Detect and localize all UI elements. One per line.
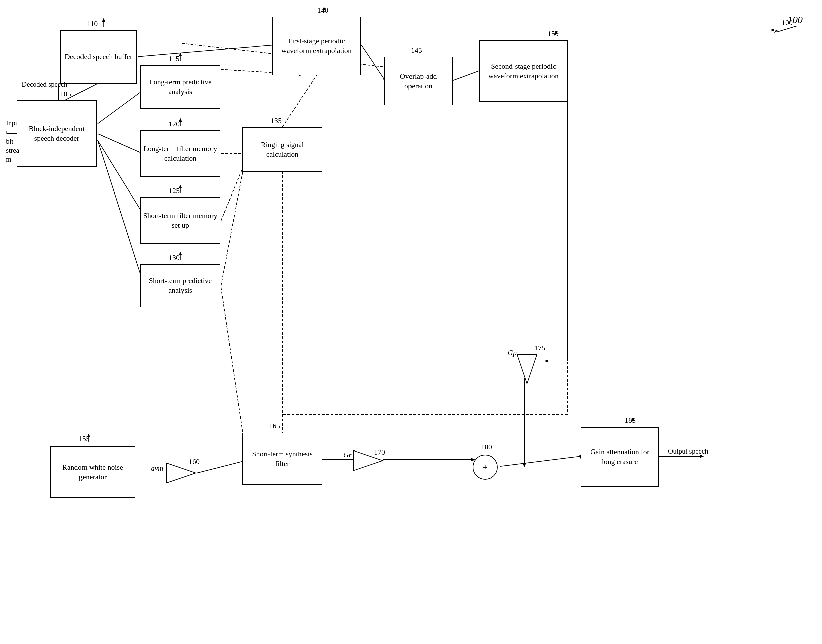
- ref-140-arrow: [319, 7, 336, 18]
- ref-150-arrow: [551, 30, 568, 42]
- ref-165: 165: [269, 422, 280, 431]
- svg-marker-34: [523, 463, 526, 467]
- short-term-predictive-label: Short-term predictive analysis: [143, 276, 218, 295]
- ref-105: 105: [60, 90, 71, 98]
- ref-185-arrow: [628, 417, 644, 429]
- svg-marker-64: [102, 18, 105, 22]
- svg-marker-76: [554, 30, 558, 34]
- adder-symbol: +: [483, 462, 488, 472]
- svg-line-24: [282, 74, 317, 127]
- decoded-speech-buffer-block: Decoded speech buffer: [60, 30, 137, 84]
- ref-120-arrow: [174, 118, 190, 130]
- short-term-filter-setup-label: Short-term filter memory set up: [143, 211, 218, 230]
- svg-marker-70: [179, 185, 182, 189]
- svg-marker-80: [631, 417, 635, 421]
- long-term-filter-block: Long-term filter memory calculation: [140, 130, 220, 177]
- svg-line-28: [453, 70, 480, 80]
- svg-line-20: [221, 170, 243, 286]
- block-independent-decoder-label: Block-independent speech decoder: [19, 124, 94, 143]
- overlap-add-block: Overlap-add operation: [384, 57, 453, 105]
- ref-125-arrow: [174, 185, 190, 196]
- ref-175: 175: [534, 343, 545, 352]
- ref-110-arrow: [93, 17, 113, 31]
- svg-line-81: [776, 26, 797, 32]
- output-speech-label: Output speech: [668, 447, 709, 455]
- decoded-speech-label: Decoded speech: [22, 80, 67, 89]
- ref-115-arrow: [174, 53, 190, 64]
- random-noise-label: Random white noise generator: [53, 463, 133, 481]
- avm-triangle: [166, 463, 198, 485]
- svg-marker-58: [166, 463, 196, 483]
- svg-line-6: [98, 90, 143, 124]
- svg-line-10: [98, 140, 143, 214]
- long-term-predictive-label: Long-term predictive analysis: [143, 77, 218, 96]
- decoded-speech-buffer-label: Decoded speech buffer: [65, 52, 132, 62]
- ringing-signal-block: Ringing signal calculation: [242, 127, 322, 172]
- short-term-synthesis-label: Short-term synthesis filter: [245, 449, 320, 468]
- block-independent-decoder-block: Block-independent speech decoder: [17, 100, 97, 167]
- short-term-predictive-block: Short-term predictive analysis: [140, 264, 220, 307]
- gr-label: Gr: [343, 451, 351, 459]
- gain-attenuation-label: Gain attenuation for long erasure: [583, 447, 656, 466]
- overlap-add-label: Overlap-add operation: [387, 72, 450, 90]
- ref-145: 145: [411, 46, 422, 55]
- ref-155-arrow: [84, 434, 100, 446]
- gp-label: Gp: [508, 348, 517, 357]
- diagram-title: 100: [788, 14, 803, 25]
- svg-line-39: [501, 456, 580, 466]
- first-stage-periodic-label: First-stage periodic waveform extrapolat…: [275, 37, 358, 55]
- ref-160: 160: [189, 457, 200, 466]
- svg-line-26: [361, 45, 385, 80]
- svg-marker-82: [774, 30, 778, 34]
- first-stage-periodic-block: First-stage periodic waveform extrapolat…: [272, 17, 361, 75]
- second-stage-periodic-label: Second-stage periodic waveform extrapola…: [482, 61, 565, 81]
- svg-marker-32: [545, 359, 548, 363]
- svg-marker-68: [179, 118, 182, 122]
- svg-marker-78: [87, 434, 90, 437]
- short-term-filter-setup-block: Short-term filter memory set up: [140, 197, 220, 244]
- adder-circle: +: [473, 454, 497, 480]
- input-bitstream-label: Input bit-stream: [6, 119, 19, 164]
- svg-marker-66: [179, 53, 182, 57]
- random-noise-block: Random white noise generator: [50, 446, 135, 498]
- ref-180: 180: [481, 443, 492, 451]
- svg-line-22: [221, 287, 243, 434]
- long-term-predictive-block: Long-term predictive analysis: [140, 65, 220, 109]
- long-term-filter-label: Long-term filter memory calculation: [143, 144, 218, 163]
- gp-triangle: [517, 354, 539, 386]
- diagram: Decoded speech buffer Block-independent …: [0, 0, 822, 644]
- svg-marker-74: [322, 7, 326, 10]
- ref-130-arrow: [174, 251, 190, 263]
- ref-170: 170: [374, 448, 385, 457]
- ringing-signal-label: Ringing signal calculation: [245, 140, 320, 159]
- gain-attenuation-block: Gain attenuation for long erasure: [580, 427, 659, 487]
- svg-line-4: [138, 45, 273, 57]
- svg-line-8: [98, 134, 143, 154]
- svg-marker-60: [517, 354, 537, 384]
- svg-line-45: [197, 461, 243, 473]
- ref-135: 135: [271, 116, 282, 125]
- svg-line-18: [221, 167, 243, 221]
- short-term-synthesis-block: Short-term synthesis filter: [242, 433, 322, 485]
- second-stage-periodic-block: Second-stage periodic waveform extrapola…: [479, 40, 568, 102]
- svg-marker-72: [179, 251, 182, 255]
- avm-label: avm: [151, 464, 163, 472]
- svg-line-12: [98, 140, 143, 282]
